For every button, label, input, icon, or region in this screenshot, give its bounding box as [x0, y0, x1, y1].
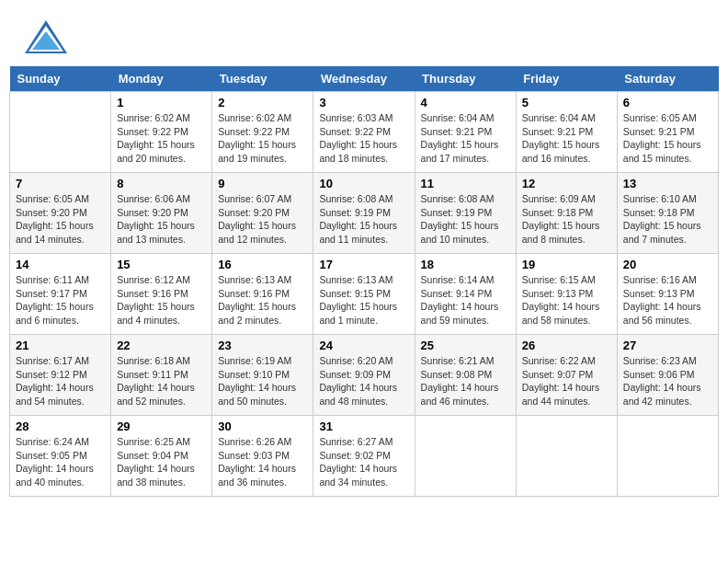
calendar-week-row: 7Sunrise: 6:05 AM Sunset: 9:20 PM Daylig… [10, 173, 719, 254]
weekday-header-row: SundayMondayTuesdayWednesdayThursdayFrid… [10, 66, 719, 92]
day-info: Sunrise: 6:14 AM Sunset: 9:14 PM Dayligh… [421, 273, 510, 327]
day-number: 25 [421, 339, 510, 352]
day-info: Sunrise: 6:07 AM Sunset: 9:20 PM Dayligh… [218, 192, 307, 247]
weekday-header-saturday: Saturday [617, 66, 718, 92]
day-info: Sunrise: 6:08 AM Sunset: 9:19 PM Dayligh… [421, 192, 510, 247]
weekday-header-sunday: Sunday [10, 66, 111, 92]
calendar-cell [10, 92, 111, 173]
day-number: 27 [623, 339, 712, 352]
day-info: Sunrise: 6:13 AM Sunset: 9:15 PM Dayligh… [319, 273, 408, 327]
calendar-cell: 27Sunrise: 6:23 AM Sunset: 9:06 PM Dayli… [617, 335, 718, 416]
calendar-cell: 11Sunrise: 6:08 AM Sunset: 9:19 PM Dayli… [415, 173, 516, 254]
day-info: Sunrise: 6:24 AM Sunset: 9:05 PM Dayligh… [16, 435, 105, 489]
day-number: 22 [117, 339, 206, 352]
day-info: Sunrise: 6:12 AM Sunset: 9:16 PM Dayligh… [117, 273, 206, 327]
day-number: 23 [218, 339, 307, 352]
day-info: Sunrise: 6:25 AM Sunset: 9:04 PM Dayligh… [117, 435, 206, 489]
day-info: Sunrise: 6:08 AM Sunset: 9:19 PM Dayligh… [319, 192, 408, 247]
weekday-header-thursday: Thursday [415, 66, 516, 92]
day-info: Sunrise: 6:02 AM Sunset: 9:22 PM Dayligh… [117, 111, 206, 166]
day-number: 3 [319, 96, 408, 109]
calendar-cell: 5Sunrise: 6:04 AM Sunset: 9:21 PM Daylig… [516, 92, 617, 173]
day-number: 6 [623, 96, 712, 109]
calendar-cell: 4Sunrise: 6:04 AM Sunset: 9:21 PM Daylig… [415, 92, 516, 173]
day-info: Sunrise: 6:20 AM Sunset: 9:09 PM Dayligh… [319, 354, 408, 408]
day-number: 28 [16, 419, 105, 433]
day-info: Sunrise: 6:13 AM Sunset: 9:16 PM Dayligh… [218, 273, 307, 327]
day-number: 26 [522, 339, 611, 352]
day-number: 14 [16, 258, 105, 271]
day-info: Sunrise: 6:18 AM Sunset: 9:11 PM Dayligh… [117, 354, 206, 408]
day-number: 17 [319, 258, 408, 271]
day-info: Sunrise: 6:05 AM Sunset: 9:20 PM Dayligh… [16, 192, 105, 247]
day-number: 16 [218, 258, 307, 271]
day-info: Sunrise: 6:15 AM Sunset: 9:13 PM Dayligh… [522, 273, 611, 327]
day-number: 31 [319, 419, 408, 433]
day-number: 7 [16, 177, 105, 190]
day-number: 30 [218, 419, 307, 433]
day-number: 5 [522, 96, 611, 109]
day-number: 19 [522, 258, 611, 271]
calendar-cell [516, 416, 617, 497]
calendar-cell: 23Sunrise: 6:19 AM Sunset: 9:10 PM Dayli… [212, 335, 313, 416]
calendar-cell: 7Sunrise: 6:05 AM Sunset: 9:20 PM Daylig… [10, 173, 111, 254]
day-info: Sunrise: 6:04 AM Sunset: 9:21 PM Dayligh… [421, 111, 510, 166]
day-number: 12 [522, 177, 611, 190]
calendar-table: SundayMondayTuesdayWednesdayThursdayFrid… [9, 66, 719, 497]
calendar-cell: 6Sunrise: 6:05 AM Sunset: 9:21 PM Daylig… [617, 92, 718, 173]
calendar-cell: 30Sunrise: 6:26 AM Sunset: 9:03 PM Dayli… [212, 416, 313, 497]
calendar-cell: 1Sunrise: 6:02 AM Sunset: 9:22 PM Daylig… [111, 92, 212, 173]
day-info: Sunrise: 6:22 AM Sunset: 9:07 PM Dayligh… [522, 354, 611, 408]
day-info: Sunrise: 6:16 AM Sunset: 9:13 PM Dayligh… [623, 273, 712, 327]
day-info: Sunrise: 6:09 AM Sunset: 9:18 PM Dayligh… [522, 192, 611, 247]
day-info: Sunrise: 6:05 AM Sunset: 9:21 PM Dayligh… [623, 111, 712, 166]
day-number: 9 [218, 177, 307, 190]
calendar-cell: 15Sunrise: 6:12 AM Sunset: 9:16 PM Dayli… [111, 254, 212, 335]
calendar-week-row: 14Sunrise: 6:11 AM Sunset: 9:17 PM Dayli… [10, 254, 719, 335]
logo-icon [23, 18, 69, 57]
day-number: 18 [421, 258, 510, 271]
calendar-cell: 24Sunrise: 6:20 AM Sunset: 9:09 PM Dayli… [313, 335, 415, 416]
calendar-cell [415, 416, 516, 497]
calendar-cell: 29Sunrise: 6:25 AM Sunset: 9:04 PM Dayli… [111, 416, 212, 497]
weekday-header-tuesday: Tuesday [212, 66, 313, 92]
calendar-cell: 9Sunrise: 6:07 AM Sunset: 9:20 PM Daylig… [212, 173, 313, 254]
weekday-header-wednesday: Wednesday [313, 66, 415, 92]
calendar-cell: 18Sunrise: 6:14 AM Sunset: 9:14 PM Dayli… [415, 254, 516, 335]
day-info: Sunrise: 6:17 AM Sunset: 9:12 PM Dayligh… [16, 354, 105, 408]
day-number: 15 [117, 258, 206, 271]
day-info: Sunrise: 6:04 AM Sunset: 9:21 PM Dayligh… [522, 111, 611, 166]
calendar-cell: 26Sunrise: 6:22 AM Sunset: 9:07 PM Dayli… [516, 335, 617, 416]
day-info: Sunrise: 6:26 AM Sunset: 9:03 PM Dayligh… [218, 435, 307, 489]
calendar-cell: 8Sunrise: 6:06 AM Sunset: 9:20 PM Daylig… [111, 173, 212, 254]
calendar-cell: 16Sunrise: 6:13 AM Sunset: 9:16 PM Dayli… [212, 254, 313, 335]
weekday-header-friday: Friday [516, 66, 617, 92]
day-info: Sunrise: 6:21 AM Sunset: 9:08 PM Dayligh… [421, 354, 510, 408]
calendar-week-row: 28Sunrise: 6:24 AM Sunset: 9:05 PM Dayli… [10, 416, 719, 497]
day-number: 11 [421, 177, 510, 190]
calendar-cell: 13Sunrise: 6:10 AM Sunset: 9:18 PM Dayli… [617, 173, 718, 254]
day-number: 21 [16, 339, 105, 352]
logo [23, 18, 71, 57]
day-info: Sunrise: 6:10 AM Sunset: 9:18 PM Dayligh… [623, 192, 712, 247]
weekday-header-monday: Monday [111, 66, 212, 92]
calendar-cell: 14Sunrise: 6:11 AM Sunset: 9:17 PM Dayli… [10, 254, 111, 335]
day-info: Sunrise: 6:19 AM Sunset: 9:10 PM Dayligh… [218, 354, 307, 408]
day-number: 20 [623, 258, 712, 271]
day-info: Sunrise: 6:23 AM Sunset: 9:06 PM Dayligh… [623, 354, 712, 408]
calendar-cell: 10Sunrise: 6:08 AM Sunset: 9:19 PM Dayli… [313, 173, 415, 254]
day-info: Sunrise: 6:27 AM Sunset: 9:02 PM Dayligh… [319, 435, 408, 489]
calendar-week-row: 21Sunrise: 6:17 AM Sunset: 9:12 PM Dayli… [10, 335, 719, 416]
day-number: 1 [117, 96, 206, 109]
day-number: 10 [319, 177, 408, 190]
calendar-cell [617, 416, 718, 497]
day-number: 29 [117, 419, 206, 433]
calendar-cell: 20Sunrise: 6:16 AM Sunset: 9:13 PM Dayli… [617, 254, 718, 335]
page-header [9, 9, 719, 62]
day-info: Sunrise: 6:11 AM Sunset: 9:17 PM Dayligh… [16, 273, 105, 327]
calendar-cell: 28Sunrise: 6:24 AM Sunset: 9:05 PM Dayli… [10, 416, 111, 497]
calendar-cell: 22Sunrise: 6:18 AM Sunset: 9:11 PM Dayli… [111, 335, 212, 416]
calendar-cell: 21Sunrise: 6:17 AM Sunset: 9:12 PM Dayli… [10, 335, 111, 416]
day-info: Sunrise: 6:06 AM Sunset: 9:20 PM Dayligh… [117, 192, 206, 247]
calendar-cell: 12Sunrise: 6:09 AM Sunset: 9:18 PM Dayli… [516, 173, 617, 254]
